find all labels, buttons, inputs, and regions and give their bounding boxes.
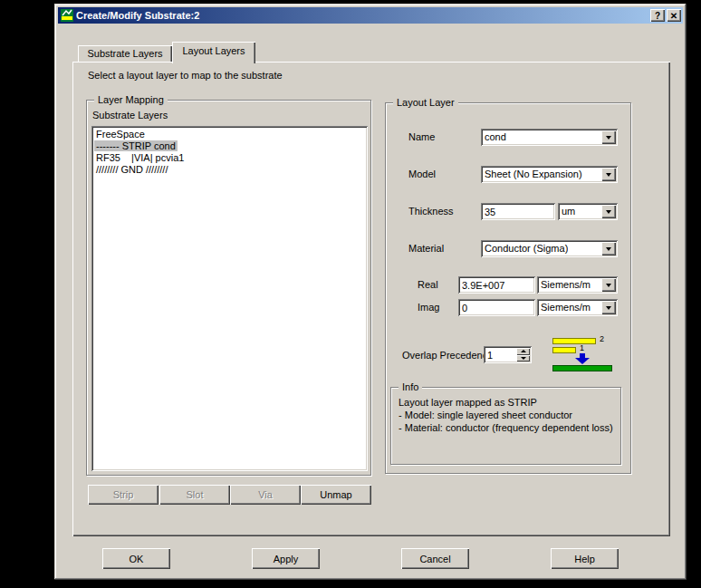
thickness-unit-value: um	[562, 206, 575, 217]
imag-label: Imag	[418, 302, 439, 313]
substrate-layers-label: Substrate Layers	[92, 110, 168, 120]
info-group: Info Layout layer mapped as STRIP - Mode…	[390, 387, 621, 465]
info-caption: Info	[399, 381, 422, 393]
info-line-3: - Material: conductor (frequency depende…	[399, 421, 613, 434]
real-unit-dropdown-icon[interactable]	[601, 278, 616, 292]
tab-substrate-layers[interactable]: Substrate Layers	[78, 45, 172, 62]
model-combo-dropdown-icon[interactable]	[601, 168, 616, 181]
ok-button[interactable]: OK	[102, 548, 170, 569]
list-item-strip-cond[interactable]: ------- STRIP cond	[94, 140, 365, 152]
spin-up-icon[interactable]	[516, 348, 530, 355]
layer2-label: 2	[600, 335, 604, 343]
titlebar[interactable]: Create/Modify Substrate:2 ? ✕	[58, 7, 683, 24]
instruction-text: Select a layout layer to map to the subs…	[88, 70, 283, 81]
material-combo[interactable]: Conductor (Sigma)	[481, 240, 618, 257]
via-button[interactable]: Via	[230, 485, 301, 505]
overlap-precedence-input[interactable]	[485, 348, 514, 361]
name-combo-value: cond	[485, 131, 506, 142]
info-line-2: - Model: single layered sheet conductor	[399, 409, 613, 421]
thickness-input[interactable]	[481, 203, 555, 220]
layer1-label: 1	[580, 344, 584, 352]
model-combo[interactable]: Sheet (No Expansion)	[481, 166, 618, 183]
thickness-unit-combo[interactable]: um	[558, 203, 618, 220]
help-button[interactable]: Help	[551, 548, 619, 569]
model-combo-value: Sheet (No Expansion)	[485, 169, 582, 179]
close-icon: ✕	[670, 11, 677, 21]
layout-layer-group: Layout Layer Name cond Model Sheet (No E…	[385, 102, 631, 474]
info-line-1: Layout layer mapped as STRIP	[399, 396, 613, 409]
tab-layout-layers[interactable]: Layout Layers	[172, 42, 255, 63]
down-arrow-head-icon	[575, 358, 590, 364]
help-icon: ?	[655, 11, 660, 21]
imag-unit-combo[interactable]: Siemens/m	[537, 299, 618, 316]
layer-mapping-group: Layer Mapping Substrate Layers FreeSpace…	[86, 100, 371, 476]
name-label: Name	[408, 131, 435, 142]
unmap-button[interactable]: Unmap	[301, 485, 371, 505]
thickness-unit-dropdown-icon[interactable]	[601, 205, 616, 218]
layer-mapping-caption: Layer Mapping	[94, 94, 168, 106]
substrate-layers-list[interactable]: FreeSpace ------- STRIP cond RF35 |VIA| …	[91, 126, 368, 471]
real-unit-value: Siemens/m	[541, 279, 591, 290]
imag-unit-value: Siemens/m	[541, 302, 591, 313]
layout-layer-caption: Layout Layer	[393, 97, 458, 109]
name-combo[interactable]: cond	[481, 129, 618, 146]
layer2-bar	[552, 338, 596, 344]
list-item-gnd[interactable]: //////// GND ////////	[94, 164, 365, 176]
strip-button[interactable]: Strip	[88, 485, 158, 505]
list-item-rf35-pcvia1[interactable]: RF35 |VIA| pcvia1	[94, 152, 365, 164]
overlap-precedence-spinner[interactable]	[484, 346, 532, 363]
imag-input[interactable]	[458, 299, 535, 316]
thickness-label: Thickness	[408, 206, 454, 217]
help-titlebar-button[interactable]: ?	[650, 9, 665, 22]
slot-button[interactable]: Slot	[159, 485, 230, 505]
real-input[interactable]	[458, 276, 535, 294]
overlap-precedence-label: Overlap Precedence	[402, 350, 493, 361]
substrate-bar	[552, 365, 612, 371]
imag-unit-dropdown-icon[interactable]	[601, 301, 616, 314]
real-label: Real	[418, 279, 438, 290]
material-combo-value: Conductor (Sigma)	[485, 243, 568, 254]
real-unit-combo[interactable]: Siemens/m	[537, 276, 618, 294]
material-combo-dropdown-icon[interactable]	[601, 242, 616, 255]
overlap-precedence-diagram: 2 1	[552, 335, 615, 371]
name-combo-dropdown-icon[interactable]	[601, 130, 616, 144]
list-item-freespace[interactable]: FreeSpace	[94, 129, 365, 140]
cancel-button[interactable]: Cancel	[401, 548, 469, 569]
apply-button[interactable]: Apply	[252, 548, 320, 569]
close-button[interactable]: ✕	[667, 9, 681, 22]
window-title: Create/Modify Substrate:2	[76, 10, 648, 21]
dialog-window: Create/Modify Substrate:2 ? ✕ Substrate …	[54, 4, 687, 580]
tab-pane: Select a layout layer to map to the subs…	[72, 62, 670, 536]
model-label: Model	[408, 169, 436, 179]
material-label: Material	[408, 243, 444, 254]
window-icon	[61, 9, 73, 22]
layer1-bar	[552, 347, 576, 353]
spin-down-icon[interactable]	[516, 355, 530, 362]
